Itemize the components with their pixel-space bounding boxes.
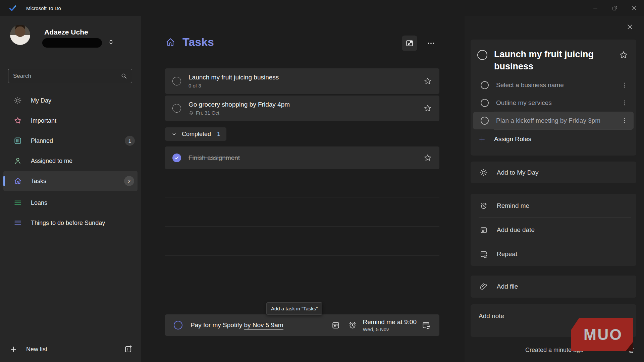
detail-task-title[interactable]: Launch my fruit juicing business [494, 48, 614, 72]
sun-icon [479, 168, 488, 177]
step-options-icon[interactable] [621, 99, 628, 107]
restore-icon [611, 5, 618, 11]
alarm-icon[interactable] [348, 320, 357, 330]
completed-task-row[interactable]: Finish assignment [165, 146, 439, 169]
close-panel-icon[interactable] [626, 23, 634, 31]
repeat-icon[interactable] [421, 320, 431, 330]
search-input[interactable] [8, 73, 120, 79]
step-row[interactable]: Select a business name [473, 76, 634, 94]
task-row[interactable]: Launch my fruit juicing business 0 of 3 [165, 68, 439, 94]
step-options-icon[interactable] [621, 81, 628, 89]
muo-watermark: MUO [571, 318, 633, 351]
home-icon [165, 37, 176, 48]
bell-icon [189, 110, 194, 116]
account-switcher-icon[interactable] [107, 38, 115, 46]
reminder-date: Fri, 31 Oct [196, 110, 219, 116]
dates-card: Remind me Add due date Repeat [471, 194, 636, 266]
star-icon[interactable] [423, 104, 432, 113]
new-task-circle [174, 321, 182, 329]
add-file-card: Add file [471, 276, 636, 298]
close-button[interactable] [625, 0, 644, 16]
new-list-button[interactable]: New list [0, 341, 141, 358]
complete-step-circle[interactable] [481, 117, 489, 125]
calendar-icon [13, 136, 22, 145]
add-task-text: Pay for my Spotify [191, 321, 244, 328]
remind-me-button[interactable]: Remind me [471, 194, 636, 218]
sidebar-item-things-before-sunday[interactable]: Things to do before Sunday [0, 213, 141, 233]
minimize-button[interactable] [586, 0, 605, 16]
sidebar: Adaeze Uche My Day Important Planned 1 [0, 16, 141, 362]
repeat-icon [479, 250, 488, 258]
sidebar-divider [0, 192, 141, 192]
window-title: Microsoft To Do [26, 5, 61, 11]
avatar[interactable] [10, 25, 30, 45]
complete-task-circle[interactable] [172, 104, 181, 113]
planned-count-badge: 1 [125, 136, 135, 146]
close-icon [631, 5, 638, 11]
recognized-date-text: by Nov 5 9am [244, 321, 283, 330]
suggestions-button[interactable] [402, 36, 417, 51]
person-icon [13, 157, 22, 165]
search-icon[interactable] [120, 72, 127, 79]
step-options-icon[interactable] [621, 117, 628, 124]
list-icon [13, 198, 22, 207]
row-divider [165, 285, 439, 285]
paperclip-icon [479, 282, 488, 291]
complete-step-circle[interactable] [481, 99, 489, 107]
sidebar-item-tasks[interactable]: Tasks 2 [3, 171, 138, 191]
list-icon [13, 219, 22, 227]
star-icon[interactable] [619, 50, 628, 60]
suggestions-icon [405, 39, 414, 48]
add-to-my-day-card: Add to My Day [471, 162, 636, 183]
restore-button[interactable] [605, 0, 625, 16]
plus-icon [478, 135, 486, 143]
due-date-icon[interactable] [331, 320, 340, 330]
more-icon [427, 39, 435, 48]
tasks-count-badge: 2 [124, 176, 134, 186]
add-due-date-button[interactable]: Add due date [471, 218, 636, 242]
completed-check-circle[interactable] [172, 154, 181, 162]
search-box [8, 69, 132, 83]
sidebar-item-my-day[interactable]: My Day [0, 90, 141, 111]
complete-task-circle[interactable] [172, 77, 181, 85]
window-controls [586, 0, 644, 16]
star-icon[interactable] [423, 77, 432, 85]
list-header: Tasks [165, 36, 214, 49]
complete-task-circle[interactable] [477, 50, 487, 60]
row-divider [165, 226, 439, 227]
new-group-icon[interactable] [123, 345, 133, 354]
step-row[interactable]: Outline my services [473, 94, 634, 112]
check-icon [174, 155, 180, 161]
page-title[interactable]: Tasks [182, 36, 214, 49]
star-icon [13, 116, 22, 125]
add-task-tooltip: Add a task in “Tasks” [266, 302, 322, 315]
sun-icon [13, 96, 22, 105]
add-task-input[interactable]: Pay for my Spotify by Nov 5 9am Remind m… [165, 314, 439, 336]
add-file-button[interactable]: Add file [471, 276, 636, 298]
step-row-highlighted[interactable]: Plan a kickoff meeting by Friday 3pm [473, 112, 634, 129]
minimize-icon [592, 5, 599, 11]
task-row[interactable]: Go grocery shopping by Friday 4pm Fri, 3… [165, 96, 439, 121]
row-divider [165, 197, 439, 197]
main-content: Tasks Launch my fruit juicing business 0… [141, 16, 465, 362]
title-bar: Microsoft To Do [0, 0, 644, 16]
microsoft-todo-window: Microsoft To Do Adaeze Uche My Day I [0, 0, 644, 362]
reminder-chip[interactable]: Remind me at 9:00 Wed, 5 Nov [363, 318, 417, 332]
todo-logo-icon [9, 4, 17, 12]
complete-step-circle[interactable] [481, 81, 489, 89]
redacted-email [42, 38, 102, 48]
star-icon[interactable] [423, 154, 432, 162]
list-options-button[interactable] [423, 36, 439, 51]
account-manager[interactable]: Adaeze Uche [0, 23, 141, 54]
watermark-text: MUO [582, 325, 623, 344]
add-to-my-day-button[interactable]: Add to My Day [471, 162, 636, 184]
sidebar-item-important[interactable]: Important [0, 111, 141, 131]
add-step-field[interactable]: Assign Roles [471, 130, 636, 148]
sidebar-item-planned[interactable]: Planned 1 [0, 131, 141, 151]
completed-section-toggle[interactable]: Completed 1 [165, 127, 226, 141]
sidebar-item-assigned-to-me[interactable]: Assigned to me [0, 151, 141, 171]
repeat-button[interactable]: Repeat [471, 242, 636, 266]
selected-indicator [3, 176, 5, 186]
steps-progress: 0 of 3 [189, 83, 201, 88]
sidebar-item-loans[interactable]: Loans [0, 193, 141, 213]
